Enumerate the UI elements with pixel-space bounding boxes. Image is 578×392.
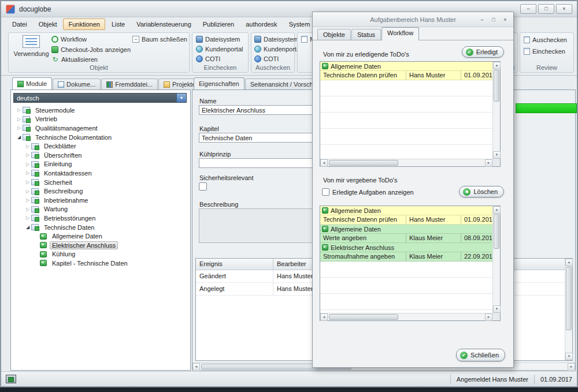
- todo-table-h-scrollbar[interactable]: ◄ ►: [320, 159, 492, 166]
- scroll-right-button[interactable]: ►: [485, 313, 492, 321]
- scroll-up-button[interactable]: ▲: [493, 62, 501, 69]
- expand-arrow-icon[interactable]: ▷: [24, 152, 31, 158]
- dialog-minimize-button[interactable]: –: [477, 16, 487, 24]
- todo-group-row[interactable]: Elektrischer Anschluss: [320, 243, 492, 252]
- todo-table-v-scrollbar[interactable]: ▲ ▼: [492, 62, 500, 159]
- tree-item-k-hlung[interactable]: Kühlung: [12, 250, 189, 259]
- auschecken-kundenportal-button[interactable]: Kundenportal: [254, 46, 301, 53]
- menu-item-authordesk[interactable]: authordesk: [240, 18, 282, 30]
- expand-arrow-icon[interactable]: ▷: [16, 117, 23, 122]
- review-einchecken-button[interactable]: Einchecken: [524, 48, 565, 55]
- expand-arrow-icon[interactable]: ▷: [24, 207, 31, 212]
- expand-arrow-icon[interactable]: ▷: [16, 125, 23, 130]
- review-auschecken-button[interactable]: Auschecken: [524, 36, 567, 43]
- tree-item-kontaktadressen[interactable]: ▷Kontaktadressen: [12, 169, 189, 178]
- scrollbar-thumb[interactable]: [329, 160, 398, 166]
- expand-arrow-icon[interactable]: ▷: [16, 107, 23, 113]
- tab-fremddatei[interactable]: Fremddatei...: [101, 79, 158, 89]
- menu-item-datei[interactable]: Datei: [7, 18, 32, 30]
- tree-item-einleitung[interactable]: ▷Einleitung: [12, 160, 189, 169]
- tree-item-technische-daten[interactable]: ◢Technische Daten: [12, 223, 189, 232]
- baum-schliessen-button[interactable]: − Baum schließen: [132, 36, 187, 43]
- scrollbar-thumb[interactable]: [494, 70, 499, 102]
- assigned-table-h-scrollbar[interactable]: ◄ ►: [320, 313, 492, 320]
- schliessen-button[interactable]: ✔ Schließen: [456, 349, 505, 361]
- tab-eigenschaften[interactable]: Eigenschaften: [194, 77, 244, 89]
- tree-item-kapitel-technische-daten[interactable]: Kapitel - Technische Daten: [12, 259, 189, 268]
- todo-task-row[interactable]: Stromaufnahme angebenKlaus Meier22.09.20…: [320, 252, 492, 262]
- scrollbar-thumb[interactable]: [329, 314, 398, 320]
- tree-item-beschreibung[interactable]: ▷Beschreibung: [12, 186, 189, 196]
- todo-group-row[interactable]: Allgemeine Daten: [320, 206, 492, 215]
- todo-task-row[interactable]: Technische Datenn prüfenHans Muster01.09…: [320, 71, 492, 80]
- loeschen-button[interactable]: ✖ Löschen: [459, 186, 504, 197]
- scroll-down-button[interactable]: ▼: [493, 305, 501, 313]
- einchecken-dateisystem-button[interactable]: Dateisystem: [196, 36, 240, 43]
- expand-arrow-icon[interactable]: ▷: [24, 170, 31, 176]
- tree-item-deckbl-tter[interactable]: ▷Deckblätter: [12, 141, 189, 151]
- expand-arrow-icon[interactable]: ▷: [24, 180, 31, 185]
- expand-arrow-icon[interactable]: ▷: [24, 189, 31, 194]
- maximize-button[interactable]: □: [538, 4, 554, 14]
- einchecken-kundenportal-button[interactable]: Kundenportal: [196, 46, 243, 53]
- expand-arrow-icon[interactable]: ▷: [24, 144, 31, 149]
- tree-item-wartung[interactable]: ▷Wartung: [12, 205, 189, 214]
- dialog-maximize-button[interactable]: □: [489, 16, 498, 24]
- tree-item-steuermodule[interactable]: ▷Steuermodule: [12, 106, 189, 115]
- checkout-jobs-button[interactable]: Checkout-Jobs anzeigen: [51, 46, 131, 53]
- scrollbar-thumb[interactable]: [494, 214, 499, 249]
- dropdown-arrow-icon[interactable]: ▼: [176, 94, 186, 102]
- scroll-left-button[interactable]: ◄: [192, 363, 200, 371]
- menu-item-publizieren[interactable]: Publizieren: [198, 18, 239, 30]
- scroll-right-button[interactable]: ►: [568, 363, 575, 371]
- tree-item-technische-dokumentation[interactable]: ◢Technische Dokumentation: [12, 133, 189, 142]
- expand-arrow-icon[interactable]: ▷: [24, 215, 31, 221]
- tab-module[interactable]: Module: [12, 77, 52, 89]
- tree-item-inbetriebnahme[interactable]: ▷Inbetriebnahme: [12, 196, 189, 205]
- assigned-table-v-scrollbar[interactable]: ▲ ▼: [492, 206, 500, 313]
- collapse-arrow-icon[interactable]: ◢: [16, 135, 23, 140]
- scroll-up-button[interactable]: ▲: [493, 206, 501, 214]
- scroll-left-button[interactable]: ◄: [320, 159, 328, 167]
- scrollbar-thumb[interactable]: [566, 267, 572, 330]
- collapse-arrow-icon[interactable]: ◢: [24, 225, 31, 230]
- menu-item-liste[interactable]: Liste: [106, 18, 130, 30]
- column-header-ereignis[interactable]: Ereignis: [196, 259, 273, 270]
- menu-item-system[interactable]: System: [284, 18, 316, 30]
- einchecken-coti-button[interactable]: COTI: [196, 55, 220, 62]
- tree-item-qualit-tsmanagement[interactable]: ▷Qualitätsmanagement: [12, 124, 189, 133]
- minimize-button[interactable]: –: [520, 4, 536, 14]
- scroll-left-button[interactable]: ◄: [320, 313, 328, 321]
- todo-task-row[interactable]: Werte angebenKlaus Meier08.09.2017: [320, 234, 492, 243]
- statusbar-app-icon[interactable]: [6, 375, 16, 383]
- scroll-down-button[interactable]: ▼: [493, 151, 501, 159]
- auschecken-coti-button[interactable]: COTI: [254, 55, 279, 62]
- todo-task-row[interactable]: Technische Datenn prüfenHans Muster01.09…: [320, 215, 492, 225]
- aktualisieren-button[interactable]: ↻ Aktualisieren: [51, 56, 98, 63]
- expand-arrow-icon[interactable]: ▷: [24, 197, 31, 203]
- todo-group-row[interactable]: Allgemeine Daten: [320, 62, 492, 71]
- tree-item-vertrieb[interactable]: ▷Vertrieb: [12, 115, 189, 124]
- scroll-down-button[interactable]: ▼: [565, 353, 573, 360]
- tree-item-allgemeine-daten[interactable]: Allgemeine Daten: [12, 232, 189, 241]
- scroll-right-button[interactable]: ►: [485, 159, 492, 167]
- menu-item-funktionen[interactable]: Funktionen: [63, 18, 105, 30]
- tab-dokume[interactable]: Dokume...: [53, 79, 101, 89]
- sicherheitsrelevant-checkbox[interactable]: [199, 182, 207, 191]
- menu-item-variablensteuerung[interactable]: Variablensteuerung: [131, 18, 197, 30]
- dialog-tab-objekte[interactable]: Objekte: [317, 29, 351, 40]
- expand-arrow-icon[interactable]: ▷: [24, 162, 31, 167]
- show-done-tasks-checkbox[interactable]: [322, 188, 329, 196]
- auschecken-dateisystem-button[interactable]: Dateisystem: [254, 36, 299, 43]
- dialog-tab-workflow[interactable]: Workflow: [381, 27, 419, 40]
- tree-item-berschriften[interactable]: ▷Überschriften: [12, 151, 189, 160]
- verwendung-button[interactable]: Verwendung: [13, 35, 49, 57]
- tree-item-elektrischer-anschluss[interactable]: Elektrischer Anschluss: [12, 241, 189, 250]
- dialog-close-button[interactable]: ×: [501, 16, 510, 24]
- erledigt-button[interactable]: ✔ Erledigt: [462, 46, 504, 58]
- close-button[interactable]: ×: [556, 4, 572, 14]
- workflow-button[interactable]: Workflow: [51, 36, 87, 43]
- event-table-v-scrollbar[interactable]: ▲ ▼: [565, 259, 572, 360]
- language-dropdown[interactable]: deutsch ▼: [13, 93, 187, 103]
- tree-item-betriebsst-rungen[interactable]: ▷Betriebsstörungen: [12, 214, 189, 223]
